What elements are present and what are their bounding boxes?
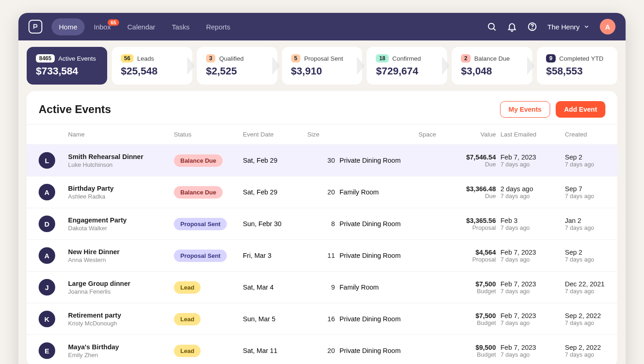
last-emailed-sub: 7 days ago (500, 193, 560, 199)
svg-point-0 (489, 23, 494, 29)
table-row[interactable]: D Engagement PartyDakota Walker Proposal… (27, 208, 617, 240)
nav-calendar[interactable]: Calendar (120, 18, 163, 35)
event-space: Private Dining Room (339, 315, 436, 323)
column-header[interactable]: Size (307, 131, 335, 138)
event-contact: Kristy McDonough (68, 320, 169, 327)
event-value-sub: Proposal (441, 224, 496, 231)
event-value: $3,365.56 (441, 217, 496, 224)
table-row[interactable]: J Large Group dinnerJoanna Fenerlis Lead… (27, 272, 617, 303)
event-value: $7,500 (441, 312, 496, 319)
column-header[interactable]: Status (174, 131, 238, 138)
event-value: $7,500 (441, 280, 496, 288)
stage-confirmed[interactable]: 18Confirmed$729,674 (367, 47, 447, 85)
nav-home[interactable]: Home (52, 18, 85, 35)
table-row[interactable]: A New Hire DinnerAnna Western Proposal S… (27, 240, 617, 272)
event-date: Sat, Mar 4 (243, 284, 303, 291)
event-value: $7,546.54 (441, 154, 496, 161)
event-title: Retirement party (68, 312, 169, 319)
event-value-sub: Due (441, 193, 496, 199)
table-header: NameStatusEvent DateSizeSpaceValueLast E… (27, 124, 617, 145)
event-size: 16 (307, 315, 335, 323)
stage-label: Active Events (58, 55, 96, 62)
my-events-button[interactable]: My Events (500, 101, 551, 118)
event-space: Private Dining Room (339, 220, 436, 228)
table-row[interactable]: E Maya's BirthdayEmily Zhen Lead Sat, Ma… (27, 335, 617, 364)
last-emailed-sub: 7 days ago (500, 351, 560, 358)
event-size: 8 (307, 220, 335, 228)
nav-tasks[interactable]: Tasks (165, 18, 197, 35)
nav-inbox[interactable]: Inbox65 (86, 18, 118, 35)
last-emailed: Feb 7, 2023 (500, 280, 560, 288)
created-sub: 7 days ago (565, 161, 617, 168)
column-header[interactable] (39, 131, 63, 138)
stage-label: Proposal Sent (304, 55, 343, 62)
app-logo[interactable] (29, 20, 42, 34)
event-size: 9 (307, 284, 335, 291)
svg-point-2 (532, 28, 533, 29)
row-avatar: A (39, 247, 55, 264)
last-emailed: Feb 7, 2023 (500, 312, 560, 319)
nav-reports[interactable]: Reports (199, 18, 238, 35)
event-contact: Luke Hutchinson (68, 161, 169, 168)
event-value: $9,500 (441, 344, 496, 351)
stage-leads[interactable]: 56Leads$25,548 (112, 47, 192, 85)
stage-count: 2 (461, 54, 471, 63)
main-nav: HomeInbox65CalendarTasksReports (52, 18, 237, 35)
org-switcher[interactable]: The Henry (547, 23, 590, 31)
events-panel: Active Events My Events Add Event NameSt… (27, 91, 617, 364)
stage-proposal-sent[interactable]: 5Proposal Sent$3,910 (282, 47, 362, 85)
add-event-button[interactable]: Add Event (556, 101, 605, 118)
event-value-sub: Budget (441, 319, 496, 326)
stage-balance-due[interactable]: 2Balance Due$3,048 (452, 47, 532, 85)
row-avatar: D (39, 216, 55, 232)
created-date: Sep 2 (565, 154, 617, 161)
stage-qualified[interactable]: 3Qualified$2,525 (197, 47, 277, 85)
row-avatar: K (39, 311, 55, 327)
table-row[interactable]: A Birthday PartyAshlee Radka Balance Due… (27, 176, 617, 208)
inbox-badge: 65 (108, 19, 119, 26)
event-title: New Hire Dinner (68, 248, 169, 256)
topbar-right: The Henry A (487, 19, 615, 34)
column-header[interactable]: Event Date (243, 131, 303, 138)
search-icon[interactable] (487, 22, 497, 32)
column-header[interactable]: Space (339, 131, 436, 138)
event-value-sub: Budget (441, 351, 496, 358)
column-header[interactable]: Last Emailed (500, 131, 560, 138)
app-window: HomeInbox65CalendarTasksReports The Henr… (18, 13, 626, 364)
user-avatar[interactable]: A (600, 19, 615, 34)
event-title: Maya's Birthday (68, 343, 169, 351)
stage-amount: $3,910 (291, 65, 353, 77)
stage-active-events[interactable]: 8465Active Events$733,584 (27, 47, 107, 85)
event-value-sub: Budget (441, 288, 496, 295)
stage-completed-ytd[interactable]: 9Completed YTD$58,553 (537, 47, 617, 85)
status-badge: Balance Due (174, 186, 223, 199)
row-avatar: J (39, 279, 55, 296)
last-emailed: Feb 7, 2023 (500, 344, 560, 351)
row-avatar: L (39, 152, 55, 169)
event-value: $3,366.48 (441, 185, 496, 193)
created-date: Jan 2 (565, 217, 617, 224)
status-badge: Proposal Sent (174, 218, 227, 230)
column-header[interactable]: Name (68, 131, 169, 138)
event-size: 30 (307, 157, 335, 164)
stage-amount: $25,548 (121, 65, 183, 77)
row-avatar: A (39, 184, 55, 200)
stage-amount: $58,553 (546, 65, 608, 77)
help-icon[interactable] (527, 22, 537, 32)
created-date: Sep 2 (565, 249, 617, 256)
event-space: Family Room (339, 188, 436, 196)
column-header[interactable]: Created (565, 131, 617, 138)
bell-icon[interactable] (507, 22, 517, 32)
table-row[interactable]: K Retirement partyKristy McDonough Lead … (27, 303, 617, 335)
row-avatar: E (39, 342, 55, 359)
created-sub: 7 days ago (565, 288, 617, 295)
event-date: Sat, Mar 11 (243, 347, 303, 354)
pipeline-stages: 8465Active Events$733,58456Leads$25,5483… (18, 40, 626, 91)
table-row[interactable]: L Smith Rehearsal DinnerLuke Hutchinson … (27, 145, 617, 176)
event-space: Private Dining Room (339, 157, 436, 164)
created-sub: 7 days ago (565, 351, 617, 358)
last-emailed-sub: 7 days ago (500, 224, 560, 231)
column-header[interactable]: Value (441, 131, 496, 138)
last-emailed: Feb 7, 2023 (500, 154, 560, 161)
stage-count: 3 (206, 54, 216, 63)
